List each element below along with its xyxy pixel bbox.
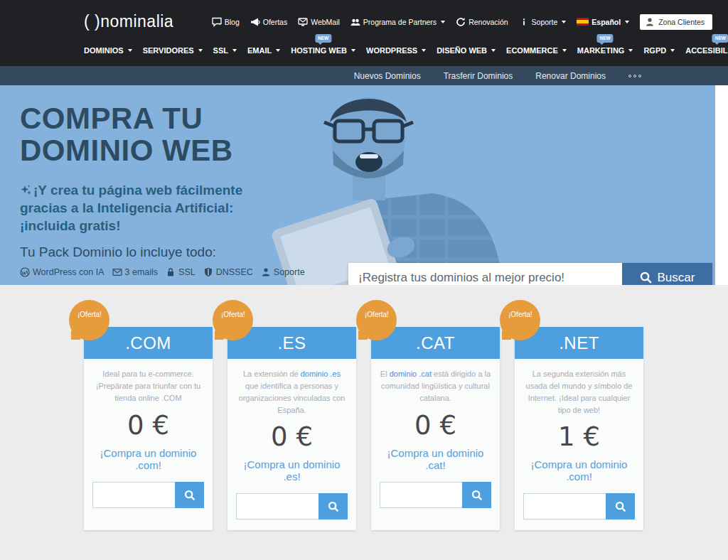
chevron-down-icon [232,49,237,52]
tld-search-input[interactable] [380,482,462,508]
utility-label: Renovación [469,18,508,26]
sparkle-icon [20,184,32,196]
feature-label: WordPress con IA [33,267,105,277]
domain-search-bar: Buscar [348,263,712,285]
feature-emails: 3 emails [112,267,159,277]
utility-item-renovacion[interactable]: Renovación [456,17,508,27]
hero-subtitle: ¡Y crea tu página web fácilmente gracias… [20,181,282,235]
tld-cards-row: ¡Oferta! .COM Ideal para tu e-commerce. … [0,285,728,530]
offer-badge: ¡Oferta! [69,300,109,340]
feature-label: 3 emails [125,267,159,277]
secondary-nav-more[interactable] [628,75,641,77]
nav-item-diseno-web[interactable]: DISEÑO WEB [437,46,496,55]
nav-label: DOMINIOS [84,46,124,55]
utility-item-blog[interactable]: Blog [212,17,240,27]
tld-search-button[interactable] [318,493,348,519]
nav-item-accesibilidad[interactable]: NEWACCESIBILIDAD [685,46,728,55]
hero-title: COMPRA TU DOMINIO WEB [20,102,305,167]
tld-search-button[interactable] [462,482,491,508]
feature-soporte: Soporte [261,267,305,277]
renew-icon [456,17,466,27]
buscar-button[interactable]: Buscar [622,263,712,285]
chevron-down-icon [441,21,445,23]
utility-item-ofertas[interactable]: Ofertas [250,17,287,27]
tld-search-input[interactable] [92,482,175,508]
tld-card-net: ¡Oferta! .NET La segunda extensión más u… [515,327,643,530]
tld-card-price: 0 € [92,410,204,441]
nav-item-rgpd[interactable]: RGPD [643,46,675,55]
nav-label: RGPD [643,46,666,55]
utility-label: Programa de Partners [363,18,437,26]
search-icon [615,501,626,512]
envelope-icon [112,267,122,277]
tld-card-description: Ideal para tu e-commerce. ¡Prepárate par… [92,368,204,405]
search-icon [640,271,652,284]
chevron-down-icon [276,49,280,52]
tld-card-cat: ¡Oferta! .CAT El dominio .cat está dirig… [371,327,500,530]
nav-item-wordpress[interactable]: WORDPRESS [366,46,426,55]
nav-item-marketing[interactable]: NEWMARKETING [577,46,633,55]
tld-search-button[interactable] [606,493,635,519]
tld-card-search [92,482,204,508]
language-selector[interactable]: Español [577,18,629,26]
shield-icon [203,267,213,277]
chevron-down-icon [491,49,496,52]
tld-card-es: ¡Oferta! .ES La extensión de dominio .es… [228,327,356,530]
search-icon [328,501,339,512]
tld-card-body: Ideal para tu e-commerce. ¡Prepárate par… [84,359,213,519]
nav-label: SSL [213,46,228,55]
lock-icon [166,267,176,277]
tld-search-input[interactable] [523,493,606,519]
chevron-down-icon [422,49,426,52]
utility-item-webmail[interactable]: WebMail [298,17,340,27]
desc-inline-link[interactable]: dominio .cat [390,370,432,378]
domain-search-input[interactable] [348,263,622,285]
buy-domain-link[interactable]: ¡Compra un dominio .com! [523,458,635,483]
nominalia-logo[interactable]: ( )nominalia [84,12,173,31]
secondary-nav-renovar-dominios[interactable]: Renovar Dominios [535,71,606,81]
tld-card-description: La segunda extensión más usada del mundo… [523,368,635,416]
person-icon [261,267,271,277]
nav-item-servidores[interactable]: SERVIDORES [143,46,203,55]
offer-badge: ¡Oferta! [500,300,540,340]
nav-item-dominios[interactable]: DOMINIOS [84,46,132,55]
secondary-nav-trasferir-dominios[interactable]: Trasferir Dominios [444,71,513,81]
desc-inline-link[interactable]: dominio .es [301,370,341,378]
utility-item-partners[interactable]: Programa de Partners [350,17,445,27]
chevron-down-icon [128,49,132,52]
search-icon [471,490,483,501]
hero-title-line1: COMPRA TU [20,102,305,134]
tld-card-description: La extensión de dominio .es que identifi… [236,368,348,416]
tld-card-price: 0 € [380,410,491,441]
tld-cards-section: ¡Oferta! .COM Ideal para tu e-commerce. … [0,285,728,560]
nav-label: WORDPRESS [366,46,417,55]
desc-text: Ideal para tu e-commerce. ¡Prepárate par… [96,370,200,402]
chevron-down-icon [670,49,675,52]
tld-card-body: La segunda extensión más usada del mundo… [515,359,643,530]
user-icon [645,17,655,27]
buy-domain-link[interactable]: ¡Compra un dominio .com! [92,447,204,471]
utility-item-soporte[interactable]: Soporte [519,17,567,27]
tld-card-description: El dominio .cat está dirigido a la comun… [380,368,491,405]
hero-content: COMPRA TU DOMINIO WEB ¡Y crea tu página … [20,102,305,277]
buy-domain-link[interactable]: ¡Compra un dominio .cat! [380,447,491,471]
offer-badge: ¡Oferta! [213,300,253,340]
nav-item-hosting-web[interactable]: NEWHOSTING WEB [291,46,355,55]
feature-ssl: SSL [166,267,196,277]
hero-section: COMPRA TU DOMINIO WEB ¡Y crea tu página … [0,85,728,285]
nav-item-ecommerce[interactable]: ECOMMERCE [506,46,567,55]
feature-label: DNSSEC [216,267,253,277]
chevron-down-icon [562,21,566,23]
hero-title-line2: DOMINIO WEB [20,134,305,166]
zona-clientes-button[interactable]: Zona Clientes [640,14,712,30]
tld-card-body: La extensión de dominio .es que identifi… [228,359,356,530]
buy-domain-link[interactable]: ¡Compra un dominio .es! [236,458,348,483]
tld-search-button[interactable] [175,482,204,508]
tld-card-body: El dominio .cat está dirigido a la comun… [371,359,500,519]
nav-item-ssl[interactable]: SSL [213,46,237,55]
nav-item-email[interactable]: EMAIL [247,46,280,55]
tld-search-input[interactable] [236,493,318,519]
zona-clientes-label: Zona Clientes [658,18,705,26]
secondary-nav-nuevos-dominios[interactable]: Nuevos Dominios [354,71,421,81]
desc-text: que identifica a personas y organizacion… [239,382,346,414]
